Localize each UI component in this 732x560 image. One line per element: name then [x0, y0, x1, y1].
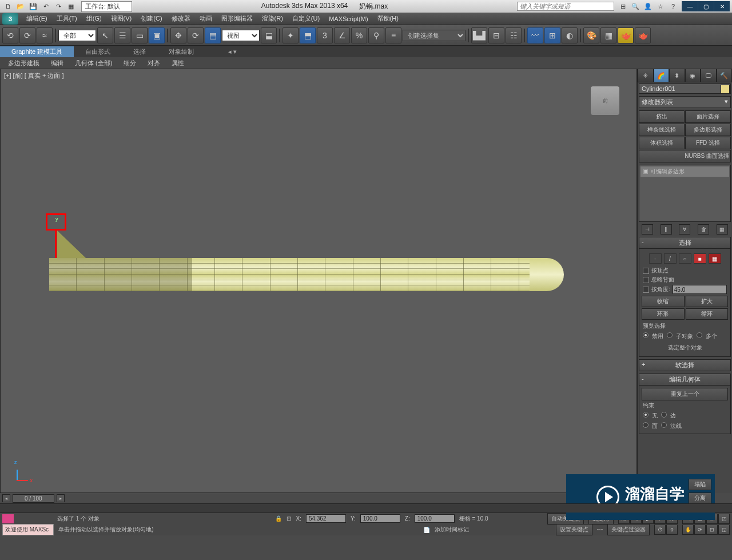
menu-tools[interactable]: 工具(T): [52, 13, 82, 24]
border-subobj-icon[interactable]: ○: [679, 253, 691, 264]
by-vertex-checkbox[interactable]: [643, 268, 649, 274]
rollout-selection-header[interactable]: 选择: [639, 237, 731, 249]
edge-subobj-icon[interactable]: /: [664, 253, 677, 264]
keyfilters-button[interactable]: 关键点过滤器: [607, 524, 650, 535]
sub-geometry[interactable]: 几何体 (全部): [69, 58, 118, 69]
display-tab-icon[interactable]: 🖵: [701, 69, 717, 82]
mod-patchsel[interactable]: 面片选择: [685, 110, 731, 123]
object-name-field[interactable]: Cylinder001: [639, 84, 731, 94]
help-icon[interactable]: ?: [668, 1, 678, 11]
maximize-button[interactable]: ▢: [698, 1, 714, 11]
open-icon[interactable]: 📂: [15, 1, 26, 11]
modify-tab-icon[interactable]: 🌈: [654, 69, 670, 82]
menu-animation[interactable]: 动画: [195, 13, 217, 24]
utilities-tab-icon[interactable]: 🔨: [717, 69, 733, 82]
min-toggle-icon[interactable]: ◱: [718, 525, 730, 535]
window-crossing-icon[interactable]: ▣: [149, 27, 165, 43]
configure-icon[interactable]: ▦: [717, 224, 728, 235]
rollout-soft-header[interactable]: 软选择: [639, 359, 731, 371]
sub-align[interactable]: 对齐: [142, 58, 166, 69]
pin-stack-icon[interactable]: ⊣: [642, 224, 653, 235]
curve-editor-icon[interactable]: 〰: [527, 27, 543, 43]
schematic-icon[interactable]: ⊞: [544, 27, 560, 43]
menu-maxscript[interactable]: MAXScript(M): [324, 14, 372, 23]
menu-create[interactable]: 创建(C): [136, 13, 166, 24]
rollout-editgeo-header[interactable]: 编辑几何体: [639, 374, 731, 386]
undo-icon[interactable]: ↶: [40, 1, 51, 11]
menu-help[interactable]: 帮助(H): [373, 13, 403, 24]
tab-paint[interactable]: 对象绘制: [157, 46, 205, 57]
select-region-icon[interactable]: ▭: [132, 27, 148, 43]
mod-volsel[interactable]: 体积选择: [639, 137, 685, 149]
menu-views[interactable]: 视图(V): [106, 13, 137, 24]
constraint-face-radio[interactable]: [643, 422, 649, 428]
hierarchy-tab-icon[interactable]: ⬍: [669, 69, 685, 82]
minimize-button[interactable]: —: [682, 1, 698, 11]
constraint-normal-radio[interactable]: [661, 422, 667, 428]
preview-off-radio[interactable]: [643, 332, 649, 338]
sub-subdiv[interactable]: 细分: [118, 58, 142, 69]
maxscript-prompt[interactable]: 欢迎使用 MAXSc: [2, 524, 54, 535]
stack-editable-poly[interactable]: 可编辑多边形: [640, 166, 729, 177]
preview-subobj-radio[interactable]: [667, 332, 673, 338]
menu-modifiers[interactable]: 修改器: [167, 13, 195, 24]
move-icon[interactable]: ✥: [170, 27, 186, 43]
ring-button[interactable]: 环形: [642, 308, 685, 320]
sub-polymodel[interactable]: 多边形建模: [2, 58, 45, 69]
angle-spinner[interactable]: 45.0: [673, 285, 727, 294]
angle-snap-icon[interactable]: ∠: [334, 27, 350, 43]
align-icon[interactable]: ⊟: [488, 27, 504, 43]
viewport-front[interactable]: [+] [前] [ 真实 + 边面 ] 前 zx y: [0, 69, 637, 493]
close-button[interactable]: ✕: [714, 1, 730, 11]
ref-coord-dropdown[interactable]: 视图: [222, 30, 260, 41]
signin-icon[interactable]: 👤: [643, 1, 653, 11]
by-angle-checkbox[interactable]: [643, 287, 649, 293]
magnify-icon[interactable]: 🔍: [630, 1, 640, 11]
motion-tab-icon[interactable]: ◉: [685, 69, 701, 82]
pan-icon[interactable]: ✋: [682, 525, 694, 535]
unique-icon[interactable]: ∀: [679, 224, 690, 235]
polygon-subobj-icon[interactable]: ■: [694, 253, 706, 264]
selection-filter[interactable]: 全部: [58, 30, 96, 41]
save-icon[interactable]: 💾: [27, 1, 39, 11]
undo-link-icon[interactable]: ⟲: [2, 27, 18, 43]
keyboard-shortcut-icon[interactable]: ⬒: [300, 27, 316, 43]
constraint-none-radio[interactable]: [643, 412, 649, 418]
edit-named-icon[interactable]: ≡: [385, 27, 401, 43]
menu-edit[interactable]: 编辑(E): [22, 13, 52, 24]
script-icon[interactable]: 📄: [423, 527, 430, 533]
mod-extrude[interactable]: 挤出: [639, 110, 685, 123]
object-color[interactable]: [721, 85, 730, 94]
shrink-button[interactable]: 收缩: [642, 296, 685, 307]
layers-icon[interactable]: ☷: [506, 27, 522, 43]
vertex-subobj-icon[interactable]: ·: [649, 253, 662, 264]
sub-edit[interactable]: 编辑: [45, 58, 69, 69]
viewcube[interactable]: 前: [591, 86, 619, 115]
tab-freeform[interactable]: 自由形式: [74, 46, 122, 57]
constraint-edge-radio[interactable]: [661, 412, 667, 418]
setkey-button[interactable]: 设置关键点: [556, 524, 592, 535]
x-coord[interactable]: 54.362: [306, 514, 346, 523]
lock-icon[interactable]: 🔒: [275, 515, 282, 522]
mirror-icon[interactable]: ▙▟: [471, 27, 487, 43]
track-toggle[interactable]: [2, 514, 14, 523]
y-coord[interactable]: 100.0: [360, 514, 400, 523]
viewport-label[interactable]: [+] [前] [ 真实 + 边面 ]: [4, 72, 64, 80]
select-icon[interactable]: ↖: [97, 27, 113, 43]
grow-button[interactable]: 扩大: [686, 296, 729, 307]
create-tab-icon[interactable]: ✳: [638, 69, 654, 82]
render-icon[interactable]: 🫖: [618, 27, 634, 43]
mod-ffdsel[interactable]: FFD 选择: [685, 137, 731, 149]
sub-props[interactable]: 属性: [166, 58, 190, 69]
rendered-frame-icon[interactable]: ▦: [600, 27, 616, 43]
new-icon[interactable]: 🗋: [2, 1, 14, 11]
z-coord[interactable]: 100.0: [415, 514, 455, 523]
modifier-stack[interactable]: 可编辑多边形: [639, 165, 731, 222]
tab-selection[interactable]: 选择: [122, 46, 157, 57]
time-config-icon[interactable]: ⏱: [654, 525, 666, 535]
snap-icon[interactable]: 3: [317, 27, 333, 43]
render-setup-icon[interactable]: 🎨: [583, 27, 599, 43]
time-slider-handle[interactable]: 0 / 100: [13, 494, 54, 503]
pivot-icon[interactable]: ⬓: [261, 27, 277, 43]
menu-customize[interactable]: 自定义(U): [288, 13, 324, 24]
